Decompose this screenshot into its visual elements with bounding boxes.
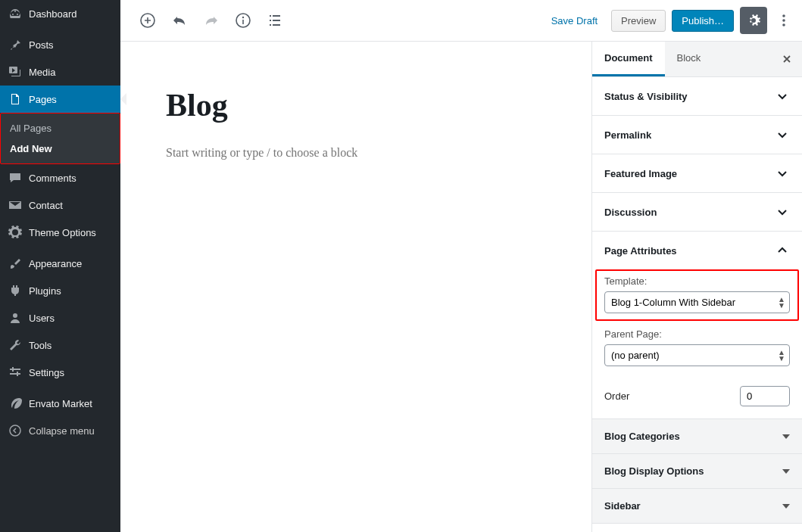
pages-submenu: All Pages Add New bbox=[0, 113, 120, 164]
save-draft-button[interactable]: Save Draft bbox=[544, 11, 605, 31]
panel-title: Blog Display Options bbox=[604, 465, 704, 477]
tab-document[interactable]: Document bbox=[592, 42, 665, 76]
caret-down-icon bbox=[782, 469, 790, 474]
chevron-up-icon bbox=[775, 243, 790, 258]
main-area: Save Draft Preview Publish… Blog Start w… bbox=[120, 0, 802, 532]
brush-icon bbox=[8, 256, 23, 271]
sidebar-label: Collapse menu bbox=[29, 425, 95, 437]
sidebar-label: Pages bbox=[29, 94, 57, 105]
panel-title: Blog Categories bbox=[604, 431, 680, 442]
sidebar-label: Plugins bbox=[29, 285, 61, 297]
panel-title: Page Attributes bbox=[604, 245, 677, 257]
sidebar-label: Envato Market bbox=[29, 398, 92, 409]
panel-title: Discussion bbox=[604, 207, 657, 218]
panel-title: Permalink bbox=[604, 129, 651, 141]
sidebar-label: Users bbox=[29, 313, 55, 324]
chevron-down-icon bbox=[775, 89, 790, 104]
envelope-icon bbox=[8, 198, 23, 213]
panel-status-visibility[interactable]: Status & Visibility bbox=[592, 77, 802, 116]
svg-point-0 bbox=[10, 425, 20, 436]
outline-button[interactable] bbox=[261, 7, 289, 34]
sliders-icon bbox=[8, 365, 23, 380]
leaf-icon bbox=[8, 396, 23, 411]
panel-discussion[interactable]: Discussion bbox=[592, 193, 802, 232]
template-label: Template: bbox=[604, 275, 790, 287]
template-select[interactable]: Blog 1-Column With Sidebar bbox=[604, 291, 790, 313]
sidebar-label: Tools bbox=[29, 340, 51, 351]
media-icon bbox=[8, 64, 23, 79]
settings-button[interactable] bbox=[740, 7, 767, 34]
user-icon bbox=[8, 310, 23, 325]
wrench-icon bbox=[8, 338, 23, 353]
parent-page-select[interactable]: (no parent) bbox=[604, 344, 790, 366]
sidebar-label: Appearance bbox=[29, 258, 82, 269]
sidebar-collapse[interactable]: Collapse menu bbox=[0, 417, 120, 444]
sidebar-item-tools[interactable]: Tools bbox=[0, 331, 120, 359]
comments-icon bbox=[8, 170, 23, 185]
order-field-group: Order bbox=[592, 378, 802, 418]
sidebar-item-comments[interactable]: Comments bbox=[0, 164, 120, 191]
order-label: Order bbox=[604, 390, 629, 402]
sidebar-item-users[interactable]: Users bbox=[0, 304, 120, 331]
chevron-down-icon bbox=[775, 127, 790, 142]
panel-blog-categories[interactable]: Blog Categories bbox=[592, 419, 802, 454]
parent-field-group: Parent Page: (no parent) ▲▼ bbox=[592, 328, 802, 378]
collapse-icon bbox=[8, 423, 23, 438]
sidebar-label: Settings bbox=[29, 367, 64, 378]
sidebar-label: Media bbox=[29, 67, 55, 78]
gear-icon bbox=[8, 225, 23, 240]
editor-canvas[interactable]: Blog Start writing or type / to choose a… bbox=[120, 42, 591, 532]
svg-point-6 bbox=[782, 23, 785, 26]
chevron-down-icon bbox=[775, 204, 790, 219]
sidebar-label: Dashboard bbox=[29, 8, 77, 20]
svg-point-5 bbox=[782, 19, 785, 22]
panel-title: Status & Visibility bbox=[604, 91, 688, 102]
sidebar-label: Posts bbox=[29, 39, 54, 51]
sidebar-item-pages[interactable]: Pages bbox=[0, 86, 120, 113]
pages-icon bbox=[8, 92, 23, 107]
panel-blog-display-options[interactable]: Blog Display Options bbox=[592, 454, 802, 489]
sidebar-label: Theme Options bbox=[29, 227, 96, 238]
sidebar-item-contact[interactable]: Contact bbox=[0, 191, 120, 219]
tab-block[interactable]: Block bbox=[665, 42, 713, 76]
sidebar-item-envato-market[interactable]: Envato Market bbox=[0, 390, 120, 417]
close-settings-button[interactable] bbox=[772, 42, 802, 76]
settings-tabs: Document Block bbox=[592, 42, 802, 77]
preview-button[interactable]: Preview bbox=[611, 10, 666, 32]
publish-button[interactable]: Publish… bbox=[672, 10, 734, 32]
submenu-all-pages[interactable]: All Pages bbox=[1, 118, 120, 138]
panel-permalink[interactable]: Permalink bbox=[592, 116, 802, 154]
parent-label: Parent Page: bbox=[604, 328, 790, 340]
undo-button[interactable] bbox=[166, 7, 193, 34]
order-input[interactable] bbox=[740, 386, 790, 406]
plug-icon bbox=[8, 283, 23, 298]
more-button[interactable] bbox=[773, 7, 794, 34]
add-block-button[interactable] bbox=[134, 7, 161, 34]
sidebar-item-posts[interactable]: Posts bbox=[0, 31, 120, 58]
panel-sidebar-options[interactable]: Sidebar bbox=[592, 489, 802, 524]
sidebar-item-theme-options[interactable]: Theme Options bbox=[0, 219, 120, 246]
caret-down-icon bbox=[782, 434, 790, 439]
page-title-input[interactable]: Blog bbox=[166, 87, 546, 123]
caret-down-icon bbox=[782, 504, 790, 509]
info-button[interactable] bbox=[229, 7, 257, 34]
redo-button[interactable] bbox=[198, 7, 225, 34]
sidebar-item-dashboard[interactable]: Dashboard bbox=[0, 0, 120, 27]
svg-point-4 bbox=[782, 14, 785, 17]
svg-point-3 bbox=[242, 17, 244, 18]
panel-featured-image[interactable]: Featured Image bbox=[592, 154, 802, 193]
pushpin-icon bbox=[8, 37, 23, 52]
sidebar-item-plugins[interactable]: Plugins bbox=[0, 277, 120, 304]
settings-sidebar: Document Block Status & Visibility Perma… bbox=[591, 42, 802, 532]
panel-page-attributes-header[interactable]: Page Attributes bbox=[592, 232, 802, 269]
sidebar-label: Comments bbox=[29, 173, 76, 184]
sidebar-item-media[interactable]: Media bbox=[0, 58, 120, 86]
admin-sidebar: Dashboard Posts Media Pages All Pages Ad… bbox=[0, 0, 120, 532]
editor-toolbar: Save Draft Preview Publish… bbox=[120, 0, 802, 42]
panel-title: Sidebar bbox=[604, 500, 641, 512]
submenu-add-new[interactable]: Add New bbox=[1, 138, 120, 159]
sidebar-item-settings[interactable]: Settings bbox=[0, 359, 120, 386]
panel-title: Featured Image bbox=[604, 168, 677, 179]
block-placeholder[interactable]: Start writing or type / to choose a bloc… bbox=[166, 146, 546, 160]
sidebar-item-appearance[interactable]: Appearance bbox=[0, 250, 120, 277]
